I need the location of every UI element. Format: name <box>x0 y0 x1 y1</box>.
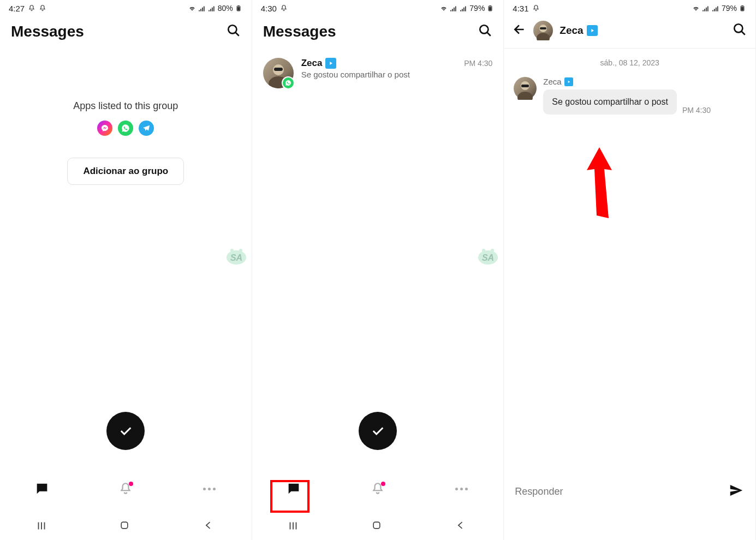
svg-point-29 <box>734 24 742 32</box>
battery-icon <box>235 4 243 12</box>
wifi-icon <box>440 4 448 12</box>
date-divider: sáb., 08 12, 2023 <box>504 49 755 77</box>
battery-percent: 79% <box>469 4 485 13</box>
chat-preview: Se gostou compartilhar o post <box>301 70 493 79</box>
message-icon <box>286 481 301 496</box>
search-button[interactable] <box>733 22 747 39</box>
sys-recents[interactable] <box>35 520 49 533</box>
arrow-left-icon <box>513 22 527 37</box>
app-header: Messages <box>0 16 252 51</box>
svg-rect-12 <box>490 5 491 7</box>
whatsapp-badge-icon <box>282 76 295 89</box>
play-badge-icon <box>587 25 598 36</box>
signal-icon-2 <box>712 4 719 12</box>
signal-icon <box>450 4 457 12</box>
telegram-icon <box>139 121 154 136</box>
nav-messages[interactable] <box>32 479 52 499</box>
sys-home[interactable] <box>371 520 384 533</box>
sys-back[interactable] <box>455 520 468 533</box>
search-icon <box>227 23 241 38</box>
system-nav-bar <box>252 513 504 540</box>
reply-input[interactable] <box>515 486 728 497</box>
svg-rect-17 <box>274 68 283 71</box>
nav-notifications[interactable] <box>116 479 135 499</box>
svg-rect-2 <box>237 5 239 7</box>
nav-more[interactable] <box>200 479 219 499</box>
status-bar: 4:27 80% <box>0 0 252 16</box>
signal-icon <box>198 4 206 12</box>
signal-icon <box>702 4 710 12</box>
battery-percent: 80% <box>218 4 233 13</box>
chat-avatar-wrap <box>263 58 294 88</box>
status-time: 4:31 <box>513 4 528 13</box>
wifi-icon <box>692 4 700 12</box>
back-button[interactable] <box>513 22 527 39</box>
play-badge-icon <box>564 77 573 86</box>
signal-icon-2 <box>460 4 467 12</box>
app-icon-row <box>97 121 154 136</box>
battery-percent: 79% <box>722 4 737 13</box>
svg-point-20 <box>482 249 485 252</box>
notification-icon-2 <box>39 4 46 12</box>
apps-listed-label: Apps listed to this group <box>73 100 178 112</box>
screen-conversation: 4:31 79% Zeca sáb., 08 12, 2023 <box>504 0 756 540</box>
svg-rect-28 <box>540 27 546 29</box>
svg-point-27 <box>537 33 550 40</box>
search-button[interactable] <box>478 23 492 40</box>
svg-rect-33 <box>521 85 529 87</box>
fab-confirm[interactable] <box>106 412 145 450</box>
search-button[interactable] <box>227 23 241 40</box>
svg-point-3 <box>228 25 236 33</box>
battery-icon <box>487 4 495 12</box>
chat-name: Zeca <box>301 58 337 69</box>
add-to-group-button[interactable]: Adicionar ao grupo <box>67 158 184 185</box>
svg-rect-11 <box>489 7 492 11</box>
sys-home[interactable] <box>119 520 132 533</box>
play-badge-icon <box>325 58 336 69</box>
wifi-icon <box>188 4 196 12</box>
annotation-arrow <box>580 147 618 220</box>
system-nav-bar <box>504 513 755 540</box>
nav-messages[interactable] <box>284 479 303 499</box>
screen-messages-empty: 4:27 80% Messages Apps listed to this gr… <box>0 0 252 540</box>
status-bar: 4:30 79% <box>252 0 504 16</box>
svg-line-30 <box>741 31 745 35</box>
check-icon <box>118 423 133 439</box>
svg-line-4 <box>235 32 239 36</box>
fab-confirm[interactable] <box>359 412 397 450</box>
watermark: SA <box>225 245 247 265</box>
chat-list-item[interactable]: Zeca PM 4:30 Se gostou compartilhar o po… <box>252 51 504 95</box>
sys-recents[interactable] <box>287 520 300 533</box>
signal-icon-2 <box>208 4 216 12</box>
check-icon <box>370 423 385 439</box>
message-time: PM 4:30 <box>682 106 711 115</box>
search-icon <box>478 23 492 38</box>
compose-bar <box>504 476 755 507</box>
nav-more[interactable] <box>452 479 472 499</box>
more-icon <box>455 488 468 490</box>
sys-back[interactable] <box>203 520 216 533</box>
nav-notifications[interactable] <box>368 479 388 499</box>
svg-rect-9 <box>121 522 128 529</box>
battery-icon <box>739 4 747 12</box>
system-nav-bar <box>0 513 252 540</box>
bottom-nav <box>252 470 504 507</box>
svg-rect-25 <box>742 5 743 7</box>
bottom-nav <box>0 470 252 507</box>
svg-rect-1 <box>237 7 240 11</box>
status-time: 4:30 <box>261 4 277 13</box>
message-bubble[interactable]: Se gostou compartilhar o post <box>543 89 677 115</box>
svg-rect-22 <box>373 522 380 529</box>
svg-rect-24 <box>741 7 744 11</box>
svg-point-32 <box>517 92 533 100</box>
avatar[interactable] <box>533 21 553 40</box>
page-title: Messages <box>11 23 84 40</box>
avatar[interactable] <box>514 77 537 100</box>
send-button[interactable] <box>728 482 745 501</box>
conversation-name[interactable]: Zeca <box>559 25 726 37</box>
svg-point-21 <box>491 249 494 252</box>
svg-point-13 <box>480 25 489 33</box>
svg-point-8 <box>239 249 242 252</box>
watermark: SA <box>477 245 499 265</box>
send-icon <box>728 482 745 499</box>
